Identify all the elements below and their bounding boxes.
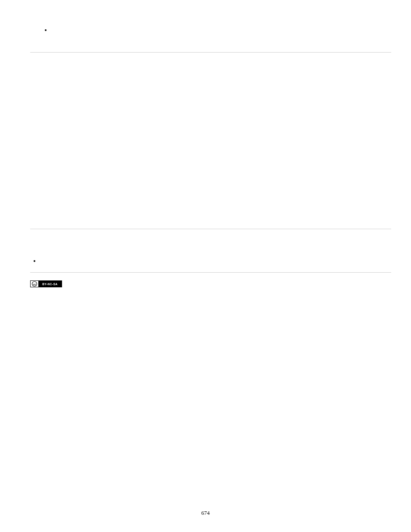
horizontal-rule bbox=[30, 229, 391, 229]
horizontal-rule bbox=[30, 272, 391, 273]
horizontal-rule bbox=[30, 52, 391, 53]
cc-badge-icon: cc BY-NC-SA bbox=[30, 280, 62, 287]
bullet-icon bbox=[45, 29, 47, 31]
bullet-icon bbox=[34, 260, 35, 262]
svg-text:cc: cc bbox=[33, 283, 36, 286]
cc-license-badge: cc BY-NC-SA bbox=[30, 280, 62, 287]
svg-text:BY-NC-SA: BY-NC-SA bbox=[42, 283, 57, 286]
page-number: 674 bbox=[0, 510, 411, 516]
document-page: cc BY-NC-SA 674 bbox=[0, 0, 411, 532]
